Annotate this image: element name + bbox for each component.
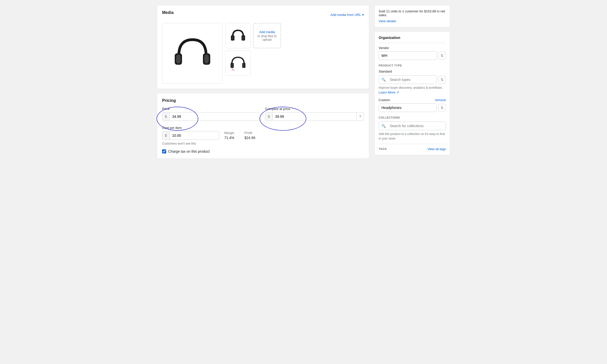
media-card: Media Add media from URL ▾ [157,5,369,89]
sales-card: Sold 11 units to 1 customer for $153.89 … [374,5,450,27]
profit-item: Profit $24.99 [245,131,255,140]
cost-per-item-field: Cost per item $ [162,126,219,140]
compare-price-field-container: Compare at price $ ? [265,107,364,121]
search-types-input[interactable] [388,76,437,84]
view-details-link[interactable]: View details [379,19,396,23]
tags-header: TAGS View all tags [379,147,446,151]
remove-link[interactable]: remove [435,98,446,102]
media-thumb-2[interactable] [225,50,251,76]
price-input-wrapper: $ [162,112,261,121]
media-grid: Add media or drop files to upload [162,23,364,84]
profit-value: $24.99 [245,136,255,140]
svg-point-5 [204,55,209,64]
vendor-select-wrapper: ⇅ [379,51,446,60]
headphones-arrow-button[interactable]: ⇅ [438,104,446,111]
svg-point-13 [243,63,245,68]
cost-section: Cost per item $ Margin 71.4% Profit $24.… [162,126,364,140]
media-thumb-1[interactable] [225,23,251,48]
divider-1 [379,43,446,43]
collections-search-wrapper: 🔍 [379,122,446,130]
profit-label: Profit [245,131,255,135]
collections-search-input[interactable] [388,122,446,130]
compare-price-input-wrapper: $ ? [265,112,364,121]
price-currency-symbol: $ [162,112,170,121]
charge-tax-row: Charge tax on this product [162,149,364,153]
organization-card: Organization Vendor ⇅ PRODUCT TYPE Stand… [374,31,450,155]
svg-point-4 [176,55,181,64]
product-type-standard: Standard [379,70,446,73]
sidebar: Sold 11 units to 1 customer for $153.89 … [374,5,450,159]
cost-input-wrapper: $ [162,131,219,140]
svg-point-12 [231,63,233,68]
search-types-arrow-button[interactable]: ⇅ [438,76,446,83]
add-media-button[interactable]: Add media or drop files to upload [253,23,281,48]
margin-value: 71.4% [224,136,234,140]
compare-price-help-icon[interactable]: ? [356,112,364,121]
product-type-label: PRODUCT TYPE [379,64,446,67]
sales-text: Sold 11 units to 1 customer for $153.89 … [379,9,446,17]
cost-label: Cost per item [162,126,219,130]
price-circle-wrap: $ [162,112,261,121]
divider-2 [379,144,446,144]
search-types-input-wrapper: 🔍 [379,75,437,84]
collections-search-icon: 🔍 [379,122,388,130]
collections-desc: Add this product to a collection so it's… [379,132,446,141]
margin-profit-section: Margin 71.4% Profit $24.99 [224,131,255,140]
custom-label: Custom [379,98,390,102]
charge-tax-label: Charge tax on this product [168,149,210,153]
compare-price-label: Compare at price [265,107,364,111]
compare-currency-symbol: $ [265,112,273,121]
margin-label: Margin [224,131,234,135]
charge-tax-checkbox[interactable] [162,149,166,153]
price-label: Price [162,107,261,111]
media-thumbnails [225,23,251,76]
svg-rect-9 [242,36,244,40]
collections-label: COLLECTIONS [379,116,446,119]
cost-input[interactable] [170,131,219,140]
margin-item: Margin 71.4% [224,131,234,140]
svg-rect-7 [232,36,234,40]
improve-text: Improve buyer discovery, analytics & wor… [379,85,446,95]
media-main-image[interactable] [162,23,223,84]
tags-label: TAGS [379,147,387,150]
pricing-card: Pricing Price $ Compare at price [157,93,369,159]
learn-more-link[interactable]: Learn More ↗ [379,90,399,94]
price-field-container: Price $ [162,107,261,121]
custom-type-row: Custom remove [379,98,446,102]
organization-title: Organization [379,36,446,40]
headphones-select-wrapper: ⇅ [379,103,446,112]
media-title: Media [162,10,174,15]
compare-price-input[interactable] [273,112,356,121]
dropdown-arrow-icon: ▾ [362,13,364,17]
search-types-icon: 🔍 [379,76,388,84]
search-types-wrapper: 🔍 ⇅ [379,75,446,84]
view-all-tags-link[interactable]: View all tags [427,147,446,151]
cost-currency-symbol: $ [162,131,170,140]
vendor-arrow-button[interactable]: ⇅ [438,52,446,59]
main-headphones-image [170,31,215,76]
vendor-label: Vendor [379,46,446,50]
price-input[interactable] [170,112,261,121]
compare-circle-wrap: $ ? [265,112,364,121]
vendor-input[interactable] [379,51,437,60]
external-link-icon: ↗ [396,90,399,94]
pricing-title: Pricing [162,98,364,103]
add-media-url-button[interactable]: Add media from URL ▾ [331,13,364,17]
cost-helper-text: Customers won't see this [162,142,364,145]
headphones-input[interactable] [379,103,437,112]
